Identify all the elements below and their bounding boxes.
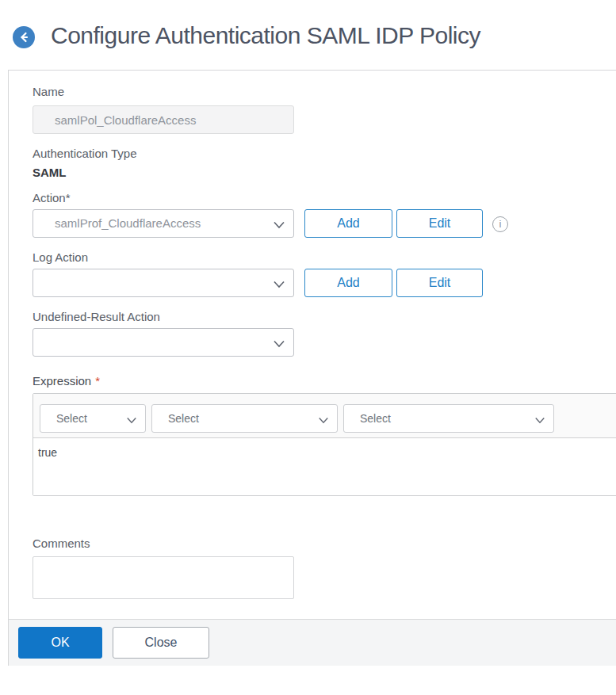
- comments-textarea[interactable]: [33, 556, 294, 599]
- log-action-label: Log Action: [33, 251, 616, 264]
- close-button[interactable]: Close: [113, 627, 209, 659]
- page-header: Configure Authentication SAML IDP Policy: [0, 0, 616, 70]
- authentication-type-label: Authentication Type: [33, 147, 616, 160]
- comments-label: Comments: [33, 537, 616, 550]
- chevron-down-icon: [273, 278, 285, 292]
- form-panel: Name Authentication Type SAML Action* sa…: [8, 70, 616, 666]
- arrow-left-icon: [17, 31, 30, 44]
- authentication-type-value: SAML: [33, 166, 616, 179]
- info-icon[interactable]: i: [492, 216, 508, 232]
- undefined-result-action-select[interactable]: [33, 328, 294, 357]
- chevron-down-icon: [318, 414, 329, 428]
- expression-select-2-value: Select: [168, 412, 199, 425]
- expression-builder: Select Select Select: [33, 393, 616, 496]
- name-label: Name: [33, 86, 616, 98]
- action-required-marker: *: [66, 191, 71, 204]
- back-button[interactable]: [13, 26, 35, 48]
- expression-label: Expression*: [33, 375, 616, 388]
- page-title: Configure Authentication SAML IDP Policy: [51, 22, 480, 49]
- chevron-down-icon: [273, 338, 285, 352]
- expression-select-3-value: Select: [360, 412, 391, 425]
- dialog-footer: OK Close: [9, 619, 616, 666]
- action-select-value: samlProf_CloudflareAccess: [55, 216, 201, 230]
- expression-select-1[interactable]: Select: [40, 404, 146, 433]
- expression-textarea[interactable]: true: [33, 438, 616, 495]
- action-edit-button[interactable]: Edit: [396, 209, 483, 238]
- chevron-down-icon: [534, 414, 545, 428]
- expression-select-3[interactable]: Select: [343, 404, 554, 433]
- log-action-select[interactable]: [33, 269, 294, 297]
- action-label: Action*: [33, 192, 616, 204]
- ok-button[interactable]: OK: [18, 627, 102, 659]
- name-input: [33, 105, 294, 134]
- expression-select-2[interactable]: Select: [151, 404, 338, 433]
- action-add-button[interactable]: Add: [304, 209, 392, 238]
- expression-toolbar: Select Select Select: [33, 394, 616, 438]
- expression-required-marker: *: [95, 374, 100, 388]
- undefined-result-action-label: Undefined-Result Action: [33, 311, 616, 323]
- chevron-down-icon: [126, 414, 137, 428]
- chevron-down-icon: [273, 219, 285, 233]
- expression-select-1-value: Select: [56, 412, 87, 425]
- log-action-add-button[interactable]: Add: [304, 269, 392, 297]
- action-select[interactable]: samlProf_CloudflareAccess: [33, 209, 294, 238]
- log-action-edit-button[interactable]: Edit: [396, 269, 483, 297]
